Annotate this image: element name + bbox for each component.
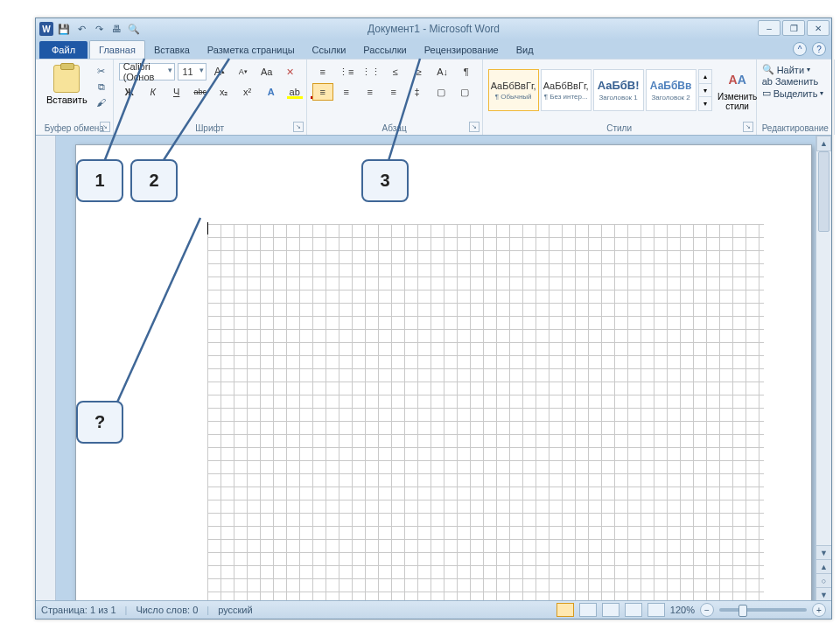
find-button[interactable]: 🔍Найти▾ bbox=[762, 64, 829, 75]
paste-button[interactable]: Вставить bbox=[41, 63, 93, 107]
align-left-button[interactable]: ≡ bbox=[312, 83, 333, 101]
bullets-button[interactable]: ≡ bbox=[312, 63, 333, 80]
tab-insert[interactable]: Вставка bbox=[145, 41, 199, 59]
vertical-scrollbar[interactable]: ▲ ▼ ▲ ○ ▼ bbox=[816, 136, 831, 601]
full-screen-view[interactable] bbox=[579, 603, 597, 617]
zoom-out-button[interactable]: − bbox=[700, 603, 714, 617]
format-painter-icon[interactable]: 🖌 bbox=[95, 96, 108, 108]
redo-icon[interactable]: ↷ bbox=[92, 22, 106, 36]
italic-button[interactable]: К bbox=[143, 83, 164, 101]
select-button[interactable]: ▭Выделить▾ bbox=[762, 88, 829, 99]
zoom-slider[interactable] bbox=[719, 608, 807, 612]
change-styles-button[interactable]: AA Изменить стили bbox=[718, 69, 757, 111]
underline-button[interactable]: Ч bbox=[166, 83, 187, 101]
styles-label: Стили bbox=[488, 122, 751, 133]
tab-review[interactable]: Рецензирование bbox=[416, 41, 508, 59]
document-viewport[interactable] bbox=[56, 136, 816, 601]
styles-more[interactable]: ▾ bbox=[699, 97, 711, 110]
change-case-button[interactable]: Aa bbox=[256, 63, 277, 80]
page[interactable] bbox=[75, 144, 812, 601]
help-icon[interactable]: ? bbox=[812, 42, 826, 56]
web-layout-view[interactable] bbox=[602, 603, 620, 617]
print-preview-icon[interactable]: 🔍 bbox=[127, 22, 141, 36]
clear-formatting-button[interactable]: ✕ bbox=[280, 63, 301, 80]
tab-mailings[interactable]: Рассылки bbox=[354, 41, 415, 59]
callout-3: 3 bbox=[361, 159, 409, 202]
styles-gallery[interactable]: АаБбВвГг, ¶ Обычный АаБбВвГг, ¶ Без инте… bbox=[488, 69, 712, 111]
justify-button[interactable]: ≡ bbox=[383, 83, 404, 101]
show-marks-button[interactable]: ¶ bbox=[456, 63, 477, 80]
draft-view[interactable] bbox=[648, 603, 665, 617]
grow-font-button[interactable]: A▴ bbox=[209, 63, 230, 80]
paste-icon bbox=[53, 65, 80, 93]
line-spacing-button[interactable]: ‡ bbox=[407, 83, 428, 101]
highlight-button[interactable]: ab bbox=[284, 83, 305, 101]
bold-button[interactable]: Ж bbox=[119, 83, 140, 101]
outline-view[interactable] bbox=[625, 603, 642, 617]
language-indicator[interactable]: русский bbox=[218, 605, 252, 615]
increase-indent-button[interactable]: ≥ bbox=[409, 63, 430, 80]
tab-references[interactable]: Ссылки bbox=[304, 41, 355, 59]
zoom-in-button[interactable]: + bbox=[812, 603, 826, 617]
scroll-thumb[interactable] bbox=[818, 151, 830, 232]
group-clipboard: Вставить ✂ ⧉ 🖌 Буфер обмена ↘ bbox=[36, 60, 114, 135]
cut-icon[interactable]: ✂ bbox=[95, 65, 108, 77]
tab-home[interactable]: Главная bbox=[89, 40, 145, 59]
clipboard-dialog-launcher[interactable]: ↘ bbox=[100, 122, 110, 132]
superscript-button[interactable]: x² bbox=[237, 83, 258, 101]
previous-page-button[interactable]: ▲ bbox=[816, 559, 831, 573]
tab-view[interactable]: Вид bbox=[508, 41, 542, 59]
restore-button[interactable]: ❐ bbox=[782, 20, 805, 36]
undo-icon[interactable]: ↶ bbox=[74, 22, 88, 36]
window-controls: – ❐ ✕ bbox=[758, 20, 830, 36]
paste-label: Вставить bbox=[46, 94, 88, 105]
shrink-font-button[interactable]: A▾ bbox=[233, 63, 254, 80]
numbering-button[interactable]: ⋮≡ bbox=[336, 63, 357, 80]
styles-scroll-down[interactable]: ▾ bbox=[699, 84, 711, 98]
window-title: Документ1 - Microsoft Word bbox=[36, 23, 831, 35]
replace-icon: ab bbox=[762, 76, 773, 87]
word-icon[interactable]: W bbox=[39, 22, 53, 36]
font-name-combo[interactable]: Calibri (Основ bbox=[119, 63, 176, 80]
paragraph-dialog-launcher[interactable]: ↘ bbox=[469, 122, 480, 132]
zoom-level[interactable]: 120% bbox=[670, 605, 695, 615]
page-indicator[interactable]: Страница: 1 из 1 bbox=[41, 605, 116, 615]
multilevel-list-button[interactable]: ⋮⋮ bbox=[360, 63, 382, 80]
tab-page-layout[interactable]: Разметка страницы bbox=[199, 41, 304, 59]
font-dialog-launcher[interactable]: ↘ bbox=[293, 122, 304, 132]
tab-file[interactable]: Файл bbox=[39, 41, 88, 59]
style-heading2[interactable]: АаБбВв Заголовок 2 bbox=[646, 69, 696, 111]
style-no-spacing[interactable]: АаБбВвГг, ¶ Без интер... bbox=[541, 69, 592, 111]
font-size-combo[interactable]: 11 bbox=[178, 63, 206, 80]
style-normal[interactable]: АаБбВвГг, ¶ Обычный bbox=[488, 69, 539, 111]
styles-scroll-up[interactable]: ▴ bbox=[699, 70, 711, 84]
next-page-button[interactable]: ▼ bbox=[816, 587, 831, 601]
zoom-slider-thumb[interactable] bbox=[738, 605, 747, 617]
group-editing: 🔍Найти▾ abЗаменить ▭Выделить▾ Редактиров… bbox=[757, 60, 835, 135]
sort-button[interactable]: A↓ bbox=[432, 63, 453, 80]
group-paragraph: ≡ ⋮≡ ⋮⋮ ≤ ≥ A↓ ¶ ≡ ≡ ≡ ≡ ‡ ▢ bbox=[307, 60, 483, 135]
scroll-down-button[interactable]: ▼ bbox=[816, 545, 831, 559]
replace-button[interactable]: abЗаменить bbox=[762, 76, 829, 87]
borders-button[interactable]: ▢ bbox=[454, 83, 475, 101]
text-effects-button[interactable]: A bbox=[261, 83, 282, 101]
quick-print-icon[interactable]: 🖶 bbox=[109, 22, 123, 36]
scroll-up-button[interactable]: ▲ bbox=[816, 136, 831, 151]
minimize-ribbon-icon[interactable]: ^ bbox=[793, 42, 807, 56]
decrease-indent-button[interactable]: ≤ bbox=[385, 63, 406, 80]
browse-object-button[interactable]: ○ bbox=[816, 573, 831, 587]
align-right-button[interactable]: ≡ bbox=[360, 83, 381, 101]
strikethrough-button[interactable]: abc bbox=[190, 83, 211, 101]
vertical-ruler[interactable] bbox=[36, 136, 56, 601]
subscript-button[interactable]: x₂ bbox=[214, 83, 234, 101]
copy-icon[interactable]: ⧉ bbox=[95, 80, 108, 93]
close-button[interactable]: ✕ bbox=[807, 20, 830, 36]
shading-button[interactable]: ▢ bbox=[430, 83, 452, 101]
align-center-button[interactable]: ≡ bbox=[336, 83, 357, 101]
style-heading1[interactable]: АаБбВ! Заголовок 1 bbox=[593, 69, 644, 111]
word-count[interactable]: Число слов: 0 bbox=[136, 605, 198, 615]
styles-dialog-launcher[interactable]: ↘ bbox=[743, 122, 753, 132]
save-icon[interactable]: 💾 bbox=[57, 22, 71, 36]
minimize-button[interactable]: – bbox=[758, 20, 780, 36]
print-layout-view[interactable] bbox=[556, 603, 574, 617]
